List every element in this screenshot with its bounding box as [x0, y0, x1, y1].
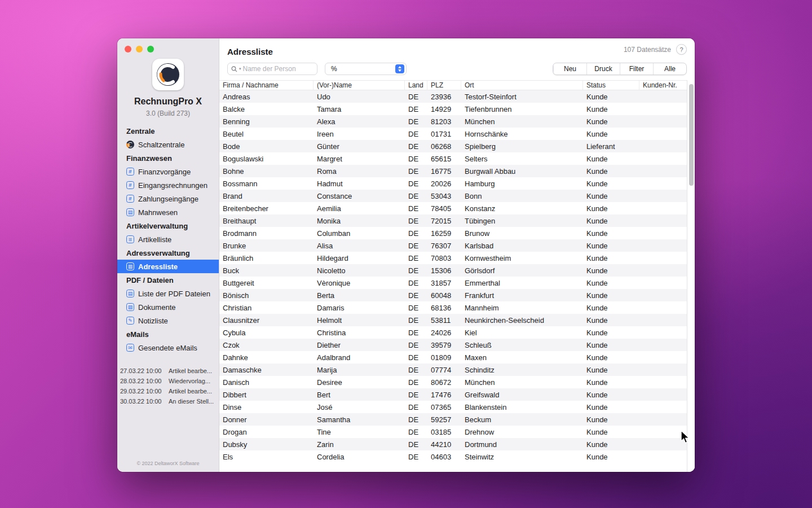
- log-entry[interactable]: 27.03.22 10:00 Artikel bearbe...: [117, 366, 219, 376]
- close-window-button[interactable]: [125, 46, 131, 52]
- app-name: RechnungPro X: [117, 97, 219, 107]
- sidebar-item[interactable]: Dokumente: [117, 300, 219, 314]
- table-rows: Andreas Udo DE 23936 Testorf-Steinfort K…: [219, 90, 687, 472]
- table-row[interactable]: Clausnitzer Helmolt DE 53811 Neunkirchen…: [219, 314, 687, 326]
- cell-country: DE: [405, 167, 427, 176]
- sidebar-item-icon: [126, 344, 134, 352]
- table-row[interactable]: Brunke Alisa DE 76307 Karlsbad Kunde: [219, 239, 687, 252]
- sidebar-item[interactable]: Zahlungseingänge: [117, 192, 219, 205]
- dropdown-stepper-icon: [395, 64, 404, 73]
- cell-zip: 80672: [427, 378, 461, 387]
- scrollbar-thumb[interactable]: [689, 84, 694, 186]
- table-row[interactable]: Balcke Tamara DE 14929 Tiefenbrunnen Kun…: [219, 103, 687, 115]
- cell-status: Kunde: [583, 353, 639, 362]
- log-entry-text: Artikel bearbe...: [169, 367, 219, 374]
- table-row[interactable]: Bräunlich Hildegard DE 70803 Kornwesthei…: [219, 252, 687, 264]
- sidebar-item[interactable]: Adressverwaltung: [117, 246, 219, 260]
- cell-zip: 78405: [427, 204, 461, 213]
- search-field[interactable]: ▾: [227, 63, 317, 75]
- sidebar-item[interactable]: Schaltzentrale: [117, 138, 219, 151]
- sidebar-item[interactable]: Zentrale: [117, 124, 219, 138]
- table-row[interactable]: Christian Damaris DE 68136 Mannheim Kund…: [219, 301, 687, 314]
- sidebar-item[interactable]: Gesendete eMails: [117, 341, 219, 354]
- sidebar-item-label: Notizliste: [138, 317, 168, 325]
- table-row[interactable]: Andreas Udo DE 23936 Testorf-Steinfort K…: [219, 90, 687, 103]
- table-row[interactable]: Cybula Christina DE 24026 Kiel Kunde: [219, 326, 687, 339]
- sidebar-item[interactable]: eMails: [117, 327, 219, 341]
- sidebar-item-icon: [126, 262, 134, 270]
- table-column-header[interactable]: Kunden-Nr.: [639, 81, 687, 90]
- cell-lastname: Buck: [219, 266, 314, 275]
- table-column-header[interactable]: (Vor-)Name: [314, 81, 405, 90]
- cell-zip: 39579: [427, 341, 461, 349]
- table-row[interactable]: Dubsky Zarin DE 44210 Dortmund Kunde: [219, 438, 687, 450]
- cell-city: München: [461, 378, 583, 387]
- table-column-header[interactable]: Ort: [461, 81, 583, 90]
- cell-firstname: Zarin: [314, 440, 405, 449]
- table-row[interactable]: Benning Alexa DE 81203 München Kunde: [219, 115, 687, 128]
- help-button[interactable]: ?: [676, 44, 687, 55]
- table-row[interactable]: Brodmann Columban DE 16259 Brunow Kunde: [219, 227, 687, 239]
- action-button[interactable]: Filter: [620, 63, 653, 75]
- log-entry[interactable]: 30.03.22 10:00 An dieser Stell...: [117, 396, 219, 406]
- search-input[interactable]: [243, 65, 314, 73]
- table-row[interactable]: Dibbert Bert DE 17476 Greifswald Kunde: [219, 388, 687, 401]
- table-row[interactable]: Buttgereit Vèronique DE 31857 Emmerthal …: [219, 277, 687, 289]
- zoom-window-button[interactable]: [147, 46, 154, 52]
- sidebar-item[interactable]: Notizliste: [117, 314, 219, 327]
- table-row[interactable]: Beutel Ireen DE 01731 Hornschänke Kunde: [219, 128, 687, 140]
- sidebar-item[interactable]: Artikelverwaltung: [117, 219, 219, 233]
- sidebar-item[interactable]: Mahnwesen: [117, 205, 219, 219]
- sidebar-item[interactable]: Eingangsrechnungen: [117, 178, 219, 192]
- cell-city: Karlsbad: [461, 242, 583, 250]
- log-entry[interactable]: 29.03.22 10:00 Artikel bearbe...: [117, 386, 219, 396]
- filter-dropdown[interactable]: %: [325, 63, 407, 75]
- table-row[interactable]: Damaschke Marija DE 07774 Schinditz Kund…: [219, 364, 687, 376]
- table-row[interactable]: Buck Nicoletto DE 15306 Görlsdorf Kunde: [219, 264, 687, 277]
- sidebar-item[interactable]: Artikelliste: [117, 233, 219, 246]
- table-row[interactable]: Dinse José DE 07365 Blankenstein Kunde: [219, 401, 687, 413]
- records-area: 107 Datensätze ?: [624, 44, 687, 55]
- table-row[interactable]: Drogan Tine DE 03185 Drehnow Kunde: [219, 426, 687, 438]
- table-row[interactable]: Breitenbecher Aemilia DE 78405 Konstanz …: [219, 202, 687, 214]
- sidebar-item[interactable]: Finanzvorgänge: [117, 165, 219, 178]
- table-row[interactable]: Danisch Desiree DE 80672 München Kunde: [219, 376, 687, 388]
- cell-zip: 65615: [427, 155, 461, 163]
- table-column-header[interactable]: Status: [583, 81, 639, 90]
- table-row[interactable]: Boguslawski Margret DE 65615 Selters Kun…: [219, 152, 687, 165]
- action-button[interactable]: Druck: [586, 63, 620, 75]
- table-column-header[interactable]: PLZ: [427, 81, 461, 90]
- table-row[interactable]: Donner Samantha DE 59257 Beckum Kunde: [219, 413, 687, 426]
- cell-firstname: Margret: [314, 155, 405, 163]
- action-buttons: Neu Druck Filter Alle: [553, 63, 687, 75]
- sidebar-item-icon: [126, 317, 134, 325]
- table-column-header[interactable]: Firma / Nachname: [219, 81, 314, 90]
- sidebar-item[interactable]: Liste der PDF Dateien: [117, 287, 219, 300]
- table-row[interactable]: Bohne Roma DE 16775 Burgwall Abbau Kunde: [219, 165, 687, 177]
- sidebar-item[interactable]: PDF / Dateien: [117, 273, 219, 287]
- sidebar-item-icon: [126, 208, 134, 216]
- log-entry[interactable]: 28.03.22 10:00 Wiedervorlag...: [117, 376, 219, 386]
- table-column-header[interactable]: Land: [405, 81, 427, 90]
- table-row[interactable]: Bossmann Hadmut DE 20026 Hamburg Kunde: [219, 177, 687, 190]
- table-row[interactable]: Els Cordelia DE 04603 Steinwitz Kunde: [219, 450, 687, 463]
- cell-status: Kunde: [583, 415, 639, 424]
- table-row[interactable]: Czok Diether DE 39579 Schleuß Kunde: [219, 339, 687, 351]
- minimize-window-button[interactable]: [136, 46, 143, 52]
- table-row[interactable]: Dahnke Adalbrand DE 01809 Maxen Kunde: [219, 351, 687, 364]
- table-row[interactable]: Brand Constance DE 53043 Bonn Kunde: [219, 190, 687, 202]
- cell-firstname: Aemilia: [314, 204, 405, 213]
- vertical-scrollbar[interactable]: [687, 80, 695, 472]
- cell-city: Dortmund: [461, 440, 583, 449]
- action-button[interactable]: Neu: [553, 63, 586, 75]
- cell-firstname: Desiree: [314, 378, 405, 387]
- cell-country: DE: [405, 155, 427, 163]
- table-row[interactable]: Bönisch Berta DE 60048 Frankfurt Kunde: [219, 289, 687, 301]
- table-row[interactable]: Bode Günter DE 06268 Spielberg Lieferant: [219, 140, 687, 152]
- table-row[interactable]: Breithaupt Monika DE 72015 Tübingen Kund…: [219, 214, 687, 227]
- sidebar-item[interactable]: Finanzwesen: [117, 151, 219, 165]
- action-button[interactable]: Alle: [653, 63, 686, 75]
- cell-city: Tiefenbrunnen: [461, 105, 583, 113]
- cell-firstname: Vèronique: [314, 279, 405, 287]
- sidebar-item[interactable]: Adressliste: [117, 260, 219, 273]
